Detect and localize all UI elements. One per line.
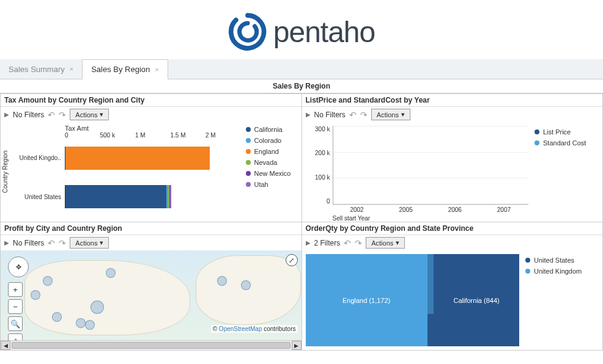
- panel-orderqty: OrderQty by Country Region and State Pro…: [302, 222, 604, 351]
- scroll-right-icon[interactable]: ▶: [292, 341, 302, 350]
- logo-area: pentaho: [0, 0, 603, 59]
- x-axis-title: Sell start Year: [333, 215, 371, 222]
- filters-label: No Filters: [13, 239, 44, 247]
- filters-label: No Filters: [314, 111, 346, 119]
- tab-sales-summary[interactable]: Sales Summary ×: [0, 59, 82, 79]
- actions-button[interactable]: Actions ▾: [371, 109, 410, 120]
- chevron-down-icon: ▾: [401, 111, 405, 118]
- expand-icon[interactable]: ▶: [4, 111, 9, 118]
- zoom-rect-button[interactable]: 🔍: [8, 316, 23, 331]
- undo-icon[interactable]: ↶: [48, 110, 55, 120]
- profit-map[interactable]: ⤢ ✥ + − 🔍 ⌖ © OpenStreetMap contributors…: [1, 250, 302, 350]
- x-axis-ticks: 0 500 k 1 M 1.5 M 2 M: [65, 132, 241, 139]
- x-axis-ticks: 2002 2005 2006 2007: [333, 206, 529, 213]
- brand-name: pentaho: [273, 15, 375, 49]
- expand-icon[interactable]: ▶: [4, 239, 9, 246]
- pan-control[interactable]: ✥: [8, 257, 29, 277]
- panel-title: Profit by City and Country Region: [1, 222, 302, 235]
- redo-icon[interactable]: ↷: [59, 238, 66, 248]
- page-title: Sales By Region: [0, 79, 603, 93]
- y-axis-label: Country Region: [1, 122, 10, 222]
- treemap-cell-england[interactable]: England (1,172): [306, 254, 427, 346]
- panel-title: OrderQty by Country Region and State Pro…: [302, 222, 603, 235]
- zoom-in-button[interactable]: +: [8, 282, 23, 297]
- panel-title: Tax Amount by Country Region and City: [1, 94, 302, 107]
- treemap-cell-thin2[interactable]: [427, 314, 434, 346]
- y-axis-ticks: 300 k 200 k 100 k 0: [306, 126, 330, 205]
- chevron-down-icon: ▾: [396, 239, 399, 247]
- filters-label: 2 Filters: [314, 239, 341, 247]
- panel-title: ListPrice and StandardCost by Year: [302, 94, 603, 107]
- chart-legend: List Price Standard Cost: [532, 122, 602, 222]
- bar-england[interactable]: [65, 147, 210, 170]
- undo-icon[interactable]: ↶: [349, 110, 357, 120]
- bar-utah[interactable]: [170, 185, 171, 208]
- expand-icon[interactable]: ▶: [306, 239, 311, 246]
- close-icon[interactable]: ×: [155, 66, 158, 73]
- scroll-left-icon[interactable]: ◀: [1, 341, 10, 350]
- undo-icon[interactable]: ↶: [48, 238, 55, 248]
- tax-chart: Country Region Tax Amt 0 500 k 1 M 1.5 M…: [1, 122, 302, 222]
- tab-bar: Sales Summary × Sales By Region ×: [0, 59, 603, 79]
- panel-toolbar: ▶ No Filters ↶ ↷ Actions ▾: [302, 107, 603, 122]
- panel-listprice: ListPrice and StandardCost by Year ▶ No …: [302, 94, 604, 222]
- category-label: United Kingdo..: [10, 155, 65, 161]
- panel-toolbar: ▶ 2 Filters ↶ ↷ Actions ▾: [302, 235, 603, 250]
- filters-label: No Filters: [13, 111, 44, 119]
- chart-legend: United States United Kingdom: [523, 250, 602, 350]
- x-axis-title: Tax Amt: [65, 125, 241, 132]
- pentaho-swirl-icon: [228, 12, 267, 51]
- actions-button[interactable]: Actions ▾: [70, 237, 109, 249]
- price-chart: 300 k 200 k 100 k 0: [302, 122, 533, 222]
- panel-toolbar: ▶ No Filters ↶ ↷ Actions ▾: [1, 107, 302, 122]
- actions-button[interactable]: Actions ▾: [70, 109, 109, 120]
- orderqty-treemap: England (1,172) California (844): [306, 254, 520, 346]
- close-icon[interactable]: ×: [70, 65, 73, 73]
- undo-icon[interactable]: ↶: [344, 238, 351, 248]
- panel-profit-map: Profit by City and Country Region ▶ No F…: [1, 222, 302, 351]
- map-scrollbar[interactable]: ◀ ▶: [1, 340, 302, 350]
- bar-california[interactable]: [65, 185, 166, 208]
- chart-legend: California Colorado England Nevada New M…: [243, 122, 302, 222]
- osm-link[interactable]: OpenStreetMap: [219, 326, 262, 332]
- treemap-cell-thin[interactable]: [427, 254, 434, 314]
- treemap-cell-california[interactable]: California (844): [434, 254, 519, 346]
- panel-tax-amount: Tax Amount by Country Region and City ▶ …: [1, 94, 302, 222]
- chevron-down-icon: ▾: [100, 239, 103, 247]
- redo-icon[interactable]: ↷: [355, 238, 362, 248]
- redo-icon[interactable]: ↷: [59, 110, 66, 120]
- redo-icon[interactable]: ↷: [360, 110, 368, 120]
- category-label: United States: [10, 194, 65, 200]
- chevron-down-icon: ▾: [100, 111, 103, 118]
- panel-toolbar: ▶ No Filters ↶ ↷ Actions ▾: [1, 235, 302, 250]
- map-attribution: © OpenStreetMap contributors: [211, 325, 298, 333]
- actions-button[interactable]: Actions ▾: [366, 237, 405, 249]
- fullscreen-icon[interactable]: ⤢: [286, 254, 298, 266]
- tab-sales-by-region[interactable]: Sales By Region ×: [82, 59, 168, 79]
- expand-icon[interactable]: ▶: [306, 111, 311, 118]
- zoom-out-button[interactable]: −: [8, 299, 23, 314]
